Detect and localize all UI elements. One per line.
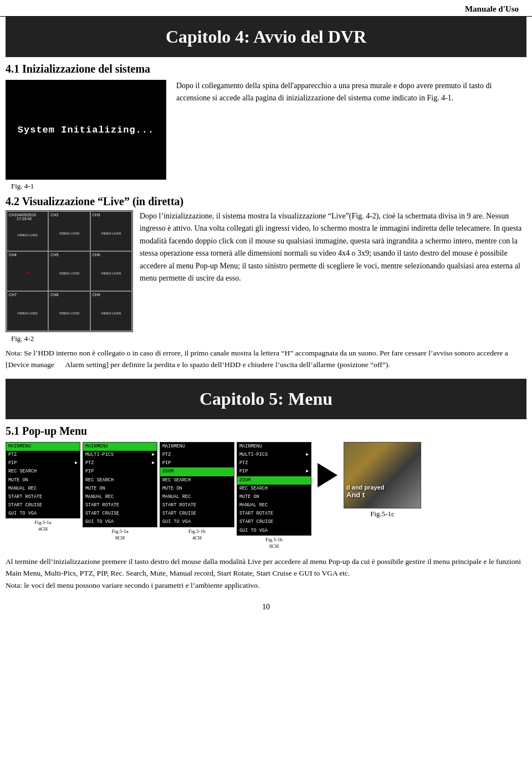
fig-51a-8ch-fig-label: Fig.5-1a xyxy=(111,528,128,534)
fig-42-wrap: CH104/05/2010 17:29:42 VIDEO LOSS CH2 VI… xyxy=(6,210,133,343)
chapter4-banner: Capitolo 4: Avvio del DVR xyxy=(6,17,526,57)
pm-row-gui-51b8: GUI TO VGA xyxy=(237,527,311,535)
page-footer: 10 xyxy=(0,597,532,616)
popup-menu-fig51b-4ch: MAINMENU PTZ PIP ZOOM REC SEARCH MUTE ON… xyxy=(160,442,234,541)
fig-42-label: Fig. 4-2 xyxy=(11,334,133,343)
section-41-body: System Initializing... Fig. 4-1 Dopo il … xyxy=(6,80,526,191)
pm-row-manual-rec: MANUAL REC xyxy=(6,485,80,493)
section-42-body: 4.2 Visualizzazione “Live” (in diretta) … xyxy=(6,195,526,343)
pm-row-rec-search: REC SEARCH xyxy=(6,467,80,476)
pm-row-rec-search-8ch: REC SEARCH xyxy=(83,476,157,485)
pm-row-manual-rec-8ch: MANUAL REC xyxy=(83,493,157,501)
fig-51b-8ch-ch-label: 8CH xyxy=(269,543,279,549)
fig-51c-text1: d and prayed xyxy=(346,484,418,491)
section-42-content: CH104/05/2010 17:29:42 VIDEO LOSS CH2 VI… xyxy=(6,210,526,343)
popup-menu-fig51b-8ch: MAINMENU MULTI-PICS► PTZ PIP► ZOOM REC S… xyxy=(237,442,311,549)
cam-cell-8: CH8 VIDEO LOSS xyxy=(49,292,89,330)
popup-menu-fig51a-8ch: MAINMENU MULTI-PICS► PTZ► PIP REC SEARCH… xyxy=(83,442,157,541)
section-41-description: Dopo il collegamento della spina dell'ap… xyxy=(176,80,526,191)
fig-51a-4ch-ch-label: 4CH xyxy=(38,526,48,532)
pm-row-gui-51b4: GUI TO VGA xyxy=(160,518,234,526)
pm-row-ptz: PTZ xyxy=(6,451,80,459)
pm-row-mute-51b4: MUTE ON xyxy=(160,485,234,493)
cam-cell-2: CH2 VIDEO LOSS xyxy=(49,212,89,251)
section-51-title: 5.1 Pop-up Menu xyxy=(6,425,526,438)
section-51-note: Nota: le voci del menu possono variare s… xyxy=(6,581,259,589)
pm-row-ptz-51b4: PTZ xyxy=(160,451,234,459)
pm-row-ptz-51b8: PTZ xyxy=(237,459,311,467)
cam-cell-6: CH6 VIDEO LOSS xyxy=(91,252,131,291)
pm-row-cruise-51b8: START CRUISE xyxy=(237,518,311,526)
fig-51b-4ch-fig-label: Fig.5-1b xyxy=(188,528,206,534)
popup-menu-fig51a-4ch: MAINMENU PTZ PIP► REC SEARCH MUTE ON MAN… xyxy=(6,442,80,532)
arrow-right-icon xyxy=(318,463,337,487)
fig-51b-8ch-fig-label: Fig.5-1b xyxy=(265,537,283,542)
pm-row-mute-on-8ch: MUTE ON xyxy=(83,485,157,493)
pm-row-multi-51b8: MULTI-PICS► xyxy=(237,451,311,459)
pm-row-pip-51b8: PIP► xyxy=(237,467,311,476)
fig-51a-4ch-fig-label: Fig.5-1a xyxy=(34,520,51,525)
pm-row-rotate-51b8: START ROTATE xyxy=(237,510,311,518)
pm-row-cruise-51b4: START CRUISE xyxy=(160,510,234,518)
pm-row-zoom-51b8: ZOOM xyxy=(237,476,311,485)
pm-row-start-cruise-8ch: START CRUISE xyxy=(83,510,157,518)
pm-row-rotate-51b4: START ROTATE xyxy=(160,501,234,510)
page-header: Manuale d'Uso xyxy=(0,0,532,17)
fig-41-label: Fig. 4-1 xyxy=(11,182,166,191)
fig-51c-text2: And t xyxy=(346,491,418,499)
cam-cell-7: CH7 VIDEO LOSS xyxy=(7,292,48,330)
pm-row-ptz-8ch: PTZ► xyxy=(83,459,157,467)
cam-cell-1: CH104/05/2010 17:29:42 VIDEO LOSS xyxy=(7,212,48,251)
pm-row-gui-to-vga: GUI TO VGA xyxy=(6,510,80,518)
fig-51a-8ch-ch-label: 8CH xyxy=(115,535,125,541)
cam-cell-3: CH3 VIDEO LOSS xyxy=(91,212,131,251)
pm-row-pip: PIP► xyxy=(6,459,80,467)
fig-51c-label: Fig.5-1c xyxy=(370,510,395,518)
section-41-title: 4.1 Inizializzazione del sistema xyxy=(6,63,526,75)
pm-row-rec-51b8: REC SEARCH xyxy=(237,485,311,493)
pm-row-start-rotate: START ROTATE xyxy=(6,493,80,501)
popup-menu-image-51b-8ch: MAINMENU MULTI-PICS► PTZ PIP► ZOOM REC S… xyxy=(237,442,311,536)
cam-cell-5: CH5 VIDEO LOSS xyxy=(49,252,89,291)
popup-menu-image-51b-4ch: MAINMENU PTZ PIP ZOOM REC SEARCH MUTE ON… xyxy=(160,442,234,527)
pm-row-mainmenu-4ch: MAINMENU xyxy=(6,443,80,451)
system-initializing-text: System Initializing... xyxy=(18,125,154,135)
pm-row-mute-on: MUTE ON xyxy=(6,476,80,485)
fig-42-image: CH104/05/2010 17:29:42 VIDEO LOSS CH2 VI… xyxy=(6,210,133,332)
section-4-note: Nota: Se l’HDD interno non è collegato o… xyxy=(6,348,526,371)
pm-row-mainmenu-8ch: MAINMENU xyxy=(83,443,157,451)
pm-row-start-cruise: START CRUISE xyxy=(6,501,80,510)
pm-row-mainmenu-51b4: MAINMENU xyxy=(160,443,234,451)
section-51-description: Al termine dell’inizializzazione premere… xyxy=(6,556,526,592)
pm-row-pip-51b4: PIP xyxy=(160,459,234,467)
pm-row-gui-to-vga-8ch: GUI TO VGA xyxy=(83,518,157,526)
pm-row-start-rotate-8ch: START ROTATE xyxy=(83,501,157,510)
pm-row-mute-51b8: MUTE ON xyxy=(237,493,311,501)
section-42-description: Dopo l’inizializzazione, il sistema most… xyxy=(140,210,526,343)
cam-cell-9: CH9 VIDEO LOSS xyxy=(91,292,131,330)
popup-menu-image-51a-8ch: MAINMENU MULTI-PICS► PTZ► PIP REC SEARCH… xyxy=(83,442,157,527)
fig-51c-overlay: d and prayed And t xyxy=(344,483,421,500)
pm-row-pip-8ch: PIP xyxy=(83,467,157,476)
pm-row-rec-search-51b4: REC SEARCH xyxy=(160,476,234,485)
pm-row-mainmenu-51b8: MAINMENU xyxy=(237,443,311,451)
fig-51b-4ch-ch-label: 4CH xyxy=(192,535,202,541)
popup-menu-fig51c: d and prayed And t Fig.5-1c xyxy=(344,442,421,518)
cam-cell-4: CH4 H xyxy=(7,252,48,291)
pm-row-zoom-51b4: ZOOM xyxy=(160,467,234,476)
pm-row-manual-51b4: MANUAL REC xyxy=(160,493,234,501)
chapter5-banner: Capitolo 5: Menu xyxy=(6,379,526,419)
section-42-title: 4.2 Visualizzazione “Live” (in diretta) xyxy=(6,195,526,208)
header-title: Manuale d'Uso xyxy=(465,4,519,13)
arrow-to-fig51c xyxy=(314,442,341,508)
page-number: 10 xyxy=(262,603,270,611)
popup-menu-image-51a-4ch: MAINMENU PTZ PIP► REC SEARCH MUTE ON MAN… xyxy=(6,442,80,519)
fig-51c-image: d and prayed And t xyxy=(344,442,421,508)
pm-row-manual-51b8: MANUAL REC xyxy=(237,501,311,510)
popup-menus-row: MAINMENU PTZ PIP► REC SEARCH MUTE ON MAN… xyxy=(6,442,526,549)
pm-row-multi-pics-8ch: MULTI-PICS► xyxy=(83,451,157,459)
fig-41-image: System Initializing... xyxy=(6,80,166,180)
